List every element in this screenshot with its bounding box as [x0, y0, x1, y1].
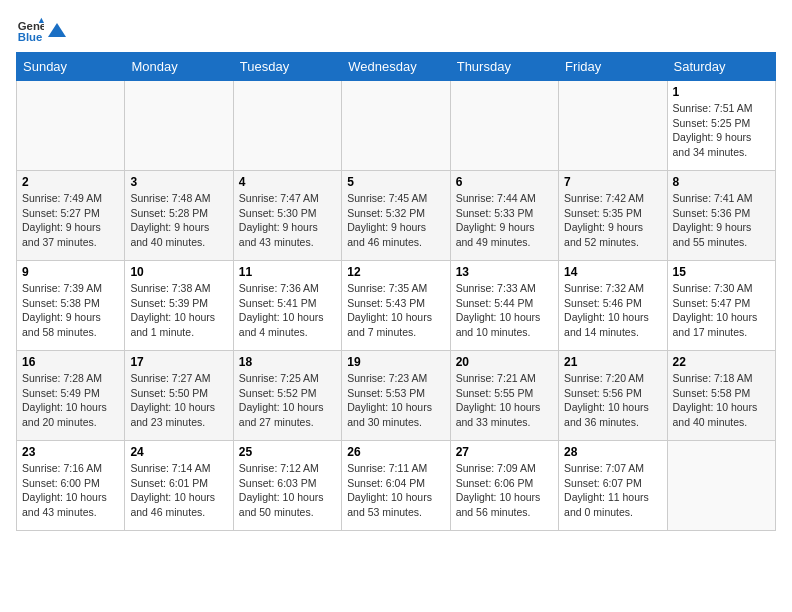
day-number: 10 — [130, 265, 227, 279]
calendar-cell: 10Sunrise: 7:38 AM Sunset: 5:39 PM Dayli… — [125, 261, 233, 351]
day-number: 9 — [22, 265, 119, 279]
day-number: 24 — [130, 445, 227, 459]
day-number: 14 — [564, 265, 661, 279]
day-info: Sunrise: 7:48 AM Sunset: 5:28 PM Dayligh… — [130, 191, 227, 250]
calendar-cell — [17, 81, 125, 171]
day-number: 17 — [130, 355, 227, 369]
column-header-tuesday: Tuesday — [233, 53, 341, 81]
calendar-cell — [450, 81, 558, 171]
calendar-cell: 28Sunrise: 7:07 AM Sunset: 6:07 PM Dayli… — [559, 441, 667, 531]
day-info: Sunrise: 7:23 AM Sunset: 5:53 PM Dayligh… — [347, 371, 444, 430]
calendar-cell: 24Sunrise: 7:14 AM Sunset: 6:01 PM Dayli… — [125, 441, 233, 531]
calendar-cell: 2Sunrise: 7:49 AM Sunset: 5:27 PM Daylig… — [17, 171, 125, 261]
day-info: Sunrise: 7:12 AM Sunset: 6:03 PM Dayligh… — [239, 461, 336, 520]
calendar-cell — [125, 81, 233, 171]
page-header: General Blue — [16, 16, 776, 44]
day-info: Sunrise: 7:45 AM Sunset: 5:32 PM Dayligh… — [347, 191, 444, 250]
day-info: Sunrise: 7:11 AM Sunset: 6:04 PM Dayligh… — [347, 461, 444, 520]
day-number: 16 — [22, 355, 119, 369]
day-info: Sunrise: 7:16 AM Sunset: 6:00 PM Dayligh… — [22, 461, 119, 520]
day-info: Sunrise: 7:21 AM Sunset: 5:55 PM Dayligh… — [456, 371, 553, 430]
day-number: 12 — [347, 265, 444, 279]
day-info: Sunrise: 7:25 AM Sunset: 5:52 PM Dayligh… — [239, 371, 336, 430]
calendar-cell: 7Sunrise: 7:42 AM Sunset: 5:35 PM Daylig… — [559, 171, 667, 261]
day-info: Sunrise: 7:36 AM Sunset: 5:41 PM Dayligh… — [239, 281, 336, 340]
svg-text:Blue: Blue — [18, 31, 43, 43]
column-header-sunday: Sunday — [17, 53, 125, 81]
day-number: 20 — [456, 355, 553, 369]
day-info: Sunrise: 7:27 AM Sunset: 5:50 PM Dayligh… — [130, 371, 227, 430]
logo: General Blue — [16, 16, 66, 44]
calendar-week-row: 1Sunrise: 7:51 AM Sunset: 5:25 PM Daylig… — [17, 81, 776, 171]
calendar-week-row: 23Sunrise: 7:16 AM Sunset: 6:00 PM Dayli… — [17, 441, 776, 531]
calendar-cell: 18Sunrise: 7:25 AM Sunset: 5:52 PM Dayli… — [233, 351, 341, 441]
calendar-cell: 3Sunrise: 7:48 AM Sunset: 5:28 PM Daylig… — [125, 171, 233, 261]
day-info: Sunrise: 7:35 AM Sunset: 5:43 PM Dayligh… — [347, 281, 444, 340]
calendar-cell: 4Sunrise: 7:47 AM Sunset: 5:30 PM Daylig… — [233, 171, 341, 261]
day-info: Sunrise: 7:18 AM Sunset: 5:58 PM Dayligh… — [673, 371, 770, 430]
day-info: Sunrise: 7:42 AM Sunset: 5:35 PM Dayligh… — [564, 191, 661, 250]
calendar-cell: 22Sunrise: 7:18 AM Sunset: 5:58 PM Dayli… — [667, 351, 775, 441]
day-number: 27 — [456, 445, 553, 459]
day-number: 8 — [673, 175, 770, 189]
calendar-table: SundayMondayTuesdayWednesdayThursdayFrid… — [16, 52, 776, 531]
day-info: Sunrise: 7:38 AM Sunset: 5:39 PM Dayligh… — [130, 281, 227, 340]
day-info: Sunrise: 7:44 AM Sunset: 5:33 PM Dayligh… — [456, 191, 553, 250]
column-header-monday: Monday — [125, 53, 233, 81]
day-number: 2 — [22, 175, 119, 189]
day-info: Sunrise: 7:49 AM Sunset: 5:27 PM Dayligh… — [22, 191, 119, 250]
day-number: 13 — [456, 265, 553, 279]
column-header-thursday: Thursday — [450, 53, 558, 81]
day-info: Sunrise: 7:32 AM Sunset: 5:46 PM Dayligh… — [564, 281, 661, 340]
svg-marker-3 — [48, 23, 66, 37]
calendar-cell: 8Sunrise: 7:41 AM Sunset: 5:36 PM Daylig… — [667, 171, 775, 261]
logo-triangle — [48, 21, 66, 39]
day-info: Sunrise: 7:09 AM Sunset: 6:06 PM Dayligh… — [456, 461, 553, 520]
calendar-cell — [667, 441, 775, 531]
calendar-cell: 26Sunrise: 7:11 AM Sunset: 6:04 PM Dayli… — [342, 441, 450, 531]
logo-icon: General Blue — [16, 16, 44, 44]
day-info: Sunrise: 7:33 AM Sunset: 5:44 PM Dayligh… — [456, 281, 553, 340]
day-number: 22 — [673, 355, 770, 369]
calendar-cell: 21Sunrise: 7:20 AM Sunset: 5:56 PM Dayli… — [559, 351, 667, 441]
day-number: 26 — [347, 445, 444, 459]
day-info: Sunrise: 7:30 AM Sunset: 5:47 PM Dayligh… — [673, 281, 770, 340]
column-header-wednesday: Wednesday — [342, 53, 450, 81]
calendar-cell: 14Sunrise: 7:32 AM Sunset: 5:46 PM Dayli… — [559, 261, 667, 351]
calendar-cell: 6Sunrise: 7:44 AM Sunset: 5:33 PM Daylig… — [450, 171, 558, 261]
calendar-cell: 16Sunrise: 7:28 AM Sunset: 5:49 PM Dayli… — [17, 351, 125, 441]
day-info: Sunrise: 7:39 AM Sunset: 5:38 PM Dayligh… — [22, 281, 119, 340]
calendar-cell: 15Sunrise: 7:30 AM Sunset: 5:47 PM Dayli… — [667, 261, 775, 351]
day-number: 15 — [673, 265, 770, 279]
calendar-cell: 19Sunrise: 7:23 AM Sunset: 5:53 PM Dayli… — [342, 351, 450, 441]
day-info: Sunrise: 7:41 AM Sunset: 5:36 PM Dayligh… — [673, 191, 770, 250]
day-info: Sunrise: 7:47 AM Sunset: 5:30 PM Dayligh… — [239, 191, 336, 250]
calendar-cell: 17Sunrise: 7:27 AM Sunset: 5:50 PM Dayli… — [125, 351, 233, 441]
calendar-cell: 9Sunrise: 7:39 AM Sunset: 5:38 PM Daylig… — [17, 261, 125, 351]
calendar-cell: 12Sunrise: 7:35 AM Sunset: 5:43 PM Dayli… — [342, 261, 450, 351]
day-info: Sunrise: 7:28 AM Sunset: 5:49 PM Dayligh… — [22, 371, 119, 430]
column-header-friday: Friday — [559, 53, 667, 81]
day-number: 23 — [22, 445, 119, 459]
column-header-saturday: Saturday — [667, 53, 775, 81]
day-info: Sunrise: 7:20 AM Sunset: 5:56 PM Dayligh… — [564, 371, 661, 430]
day-info: Sunrise: 7:14 AM Sunset: 6:01 PM Dayligh… — [130, 461, 227, 520]
day-number: 28 — [564, 445, 661, 459]
calendar-cell: 25Sunrise: 7:12 AM Sunset: 6:03 PM Dayli… — [233, 441, 341, 531]
day-info: Sunrise: 7:07 AM Sunset: 6:07 PM Dayligh… — [564, 461, 661, 520]
day-number: 7 — [564, 175, 661, 189]
calendar-cell: 5Sunrise: 7:45 AM Sunset: 5:32 PM Daylig… — [342, 171, 450, 261]
day-number: 1 — [673, 85, 770, 99]
day-number: 21 — [564, 355, 661, 369]
day-number: 11 — [239, 265, 336, 279]
calendar-week-row: 16Sunrise: 7:28 AM Sunset: 5:49 PM Dayli… — [17, 351, 776, 441]
calendar-week-row: 9Sunrise: 7:39 AM Sunset: 5:38 PM Daylig… — [17, 261, 776, 351]
calendar-cell — [342, 81, 450, 171]
calendar-cell — [559, 81, 667, 171]
day-number: 25 — [239, 445, 336, 459]
calendar-cell: 11Sunrise: 7:36 AM Sunset: 5:41 PM Dayli… — [233, 261, 341, 351]
day-number: 4 — [239, 175, 336, 189]
calendar-header-row: SundayMondayTuesdayWednesdayThursdayFrid… — [17, 53, 776, 81]
calendar-cell: 27Sunrise: 7:09 AM Sunset: 6:06 PM Dayli… — [450, 441, 558, 531]
calendar-cell: 1Sunrise: 7:51 AM Sunset: 5:25 PM Daylig… — [667, 81, 775, 171]
